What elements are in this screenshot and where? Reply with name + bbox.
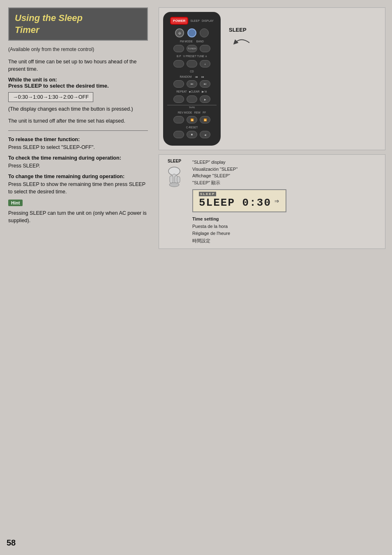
mclear-btn[interactable] xyxy=(187,95,197,103)
next-btn[interactable]: ⏭ xyxy=(200,80,210,88)
bp-btn[interactable] xyxy=(173,60,184,67)
sleep-button-area: SLEEP xyxy=(163,159,186,190)
ff-btn[interactable]: ⏩ xyxy=(200,116,210,123)
sleep-arrow-label: SLEEP xyxy=(229,27,247,33)
fm-mode-btn[interactable] xyxy=(173,45,184,52)
change-text: Press SLEEP to show the remaining time t… xyxy=(8,181,148,195)
display-btn-label: DISPLAY xyxy=(202,19,214,22)
band-btn[interactable] xyxy=(200,45,210,52)
prev-btn[interactable]: ⏮ xyxy=(187,80,197,88)
power-button-label[interactable]: POWER xyxy=(170,17,188,25)
repeat-section: REPEAT ■CLEAR ▶/⏸ xyxy=(167,90,217,93)
creset-btn[interactable] xyxy=(173,131,184,138)
random-btn[interactable] xyxy=(173,80,184,88)
title-box: Using the Sleep Timer xyxy=(8,7,148,41)
playpause-btn[interactable]: ▶ xyxy=(200,95,210,103)
stop-btn[interactable]: ⏹ xyxy=(187,131,197,138)
press-sleep-text: Press SLEEP to select the desired time. xyxy=(8,83,148,89)
sleep-btn-label: SLEEP xyxy=(190,19,200,22)
lcd-display: SLEEP 5LEEP 0:30 ⇒ xyxy=(192,189,286,212)
vpre-up-btn[interactable]: ∧ xyxy=(200,60,210,67)
fm-mode-section: FM MODE BAND xyxy=(167,40,217,43)
tape-label: TAPE xyxy=(167,105,217,109)
lcd-sleep-chip: SLEEP xyxy=(199,192,216,196)
revmode-btn[interactable] xyxy=(173,116,184,123)
cd-section: CD xyxy=(167,70,217,73)
time-setting-labels: Time setting Puesta de la hora Réglage d… xyxy=(192,216,286,244)
svg-point-5 xyxy=(169,183,179,187)
repeat-btn[interactable] xyxy=(173,95,184,103)
check-text: Press SLEEP. xyxy=(8,162,148,170)
turned-off-note: The unit is turned off after the time se… xyxy=(8,117,148,125)
hint-text: Pressing SLEEP can turn the unit on (onl… xyxy=(8,209,148,224)
creset-section: C-RESET xyxy=(167,126,217,129)
lcd-wrapper: SLEEP 5LEEP 0:30 ⇒ xyxy=(192,189,286,212)
display-changes-note: (The display changes each time the butto… xyxy=(8,105,148,113)
sleep-label-bottom: SLEEP xyxy=(168,159,181,163)
rew-btn[interactable]: ⏪ xyxy=(187,116,197,123)
time-sequence: →0:30→1:00→1:30→2:00→OFF xyxy=(13,94,89,100)
tuner-btn[interactable]: TUNER xyxy=(187,45,197,52)
page-number: 58 xyxy=(7,538,16,548)
title-line1: Using the Sleep xyxy=(15,13,83,23)
back-btn[interactable]: ◀ xyxy=(200,131,210,138)
remote-control: POWER SLEEP DISPLAY ⏻ FM MODE xyxy=(163,12,221,146)
random-section: RANDOM ⏮ ⏭ xyxy=(167,75,217,78)
sleep-hand-icon xyxy=(163,165,186,190)
display-circle[interactable] xyxy=(200,28,209,37)
while-on-label: While the unit is on: xyxy=(8,77,148,83)
sleep-circle[interactable] xyxy=(187,28,196,37)
lcd-arrow: ⇒ xyxy=(274,196,280,205)
release-heading: To release the timer function: xyxy=(8,137,148,142)
remote-panel: POWER SLEEP DISPLAY ⏻ FM MODE xyxy=(159,7,385,150)
check-heading: To check the time remaining during opera… xyxy=(8,155,148,161)
revmode-section: REV MODE REW FF xyxy=(167,111,217,114)
title-line2: Timer xyxy=(15,25,39,35)
change-heading: To change the time remaining during oper… xyxy=(8,174,148,179)
divider1 xyxy=(8,130,148,131)
sleep-arrow-icon xyxy=(233,35,254,51)
intro-text: The unit off time can be set up to two h… xyxy=(8,58,148,73)
vpre-btn[interactable] xyxy=(187,60,197,67)
svg-rect-4 xyxy=(177,176,180,183)
display-section: "SLEEP" display Visualización "SLEEP" Af… xyxy=(192,159,286,244)
bottom-panel: SLEEP "SLEEP" display Visualizac xyxy=(159,154,385,249)
time-sequence-box: →0:30→1:00→1:30→2:00→OFF xyxy=(8,92,93,102)
power-circle[interactable]: ⏻ xyxy=(175,28,184,37)
bp-section: B.P V PRESET TUNE ∧ xyxy=(167,55,217,58)
sleep-display-header: "SLEEP" display Visualización "SLEEP" Af… xyxy=(192,159,286,186)
release-text: Press SLEEP to select "SLEEP-OFF". xyxy=(8,144,148,151)
svg-rect-2 xyxy=(170,176,173,183)
available-note: (Available only from the remote control) xyxy=(8,46,148,52)
hint-label: Hint xyxy=(8,200,23,206)
